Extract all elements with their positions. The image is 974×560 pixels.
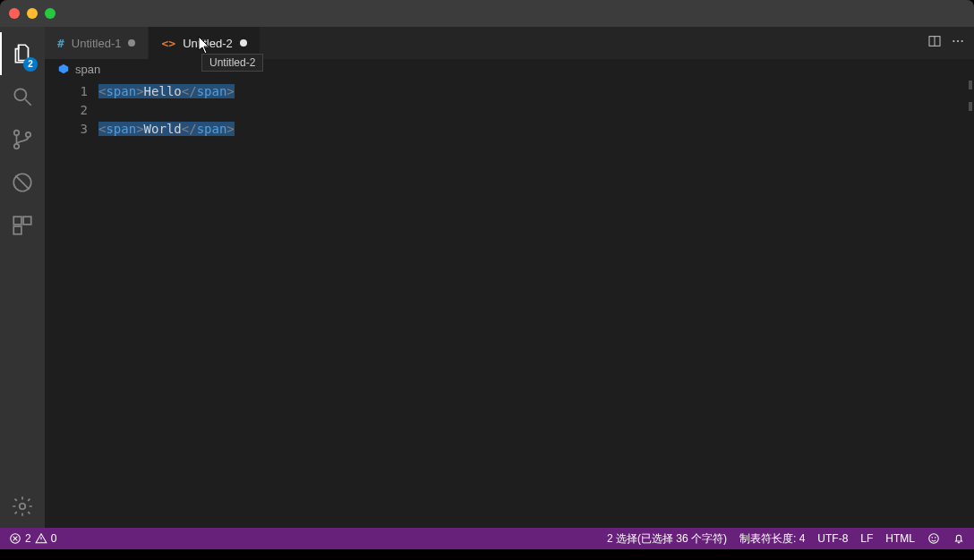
editor-group: # Untitled-1 <> Untitled-2 xyxy=(45,27,974,528)
split-editor-button[interactable] xyxy=(927,34,942,52)
warning-icon xyxy=(35,532,47,545)
activity-search[interactable] xyxy=(0,75,45,118)
editor-actions xyxy=(918,27,974,59)
svg-point-4 xyxy=(26,132,30,137)
html-file-icon: <> xyxy=(161,37,175,50)
activity-source-control[interactable] xyxy=(0,118,45,161)
maximize-window-button[interactable] xyxy=(45,8,56,19)
ruler-mark xyxy=(969,102,972,111)
status-feedback[interactable] xyxy=(927,532,940,545)
breadcrumb[interactable]: span xyxy=(45,59,974,79)
svg-point-10 xyxy=(20,504,26,510)
warning-count: 0 xyxy=(51,532,57,545)
activity-extensions[interactable] xyxy=(0,204,45,247)
symbol-field-icon xyxy=(57,63,70,75)
code-editor[interactable]: 1 2 3 <span>Hello</span> <span>World</sp… xyxy=(45,79,974,528)
dirty-indicator-icon xyxy=(128,39,135,47)
close-window-button[interactable] xyxy=(9,8,20,19)
svg-point-14 xyxy=(957,40,959,42)
dirty-indicator-icon xyxy=(240,39,247,47)
tab-bar: # Untitled-1 <> Untitled-2 xyxy=(45,27,974,59)
activity-settings[interactable] xyxy=(0,485,45,528)
svg-line-1 xyxy=(25,99,31,106)
status-encoding[interactable]: UTF-8 xyxy=(817,532,848,545)
svg-rect-7 xyxy=(13,216,21,225)
line-number: 3 xyxy=(45,120,88,139)
activity-bar: 2 xyxy=(0,27,45,528)
svg-point-22 xyxy=(932,538,933,539)
more-actions-button[interactable] xyxy=(951,34,965,52)
window-controls xyxy=(9,8,56,19)
error-count: 2 xyxy=(25,532,31,545)
code-line[interactable]: <span>World</span> xyxy=(98,120,235,139)
ellipsis-icon xyxy=(951,34,965,48)
status-language[interactable]: HTML xyxy=(885,532,915,545)
activity-debug[interactable] xyxy=(0,161,45,204)
status-bar: 2 0 2 选择(已选择 36 个字符) 制表符长度: 4 UTF-8 LF H… xyxy=(0,528,974,549)
status-tab-size[interactable]: 制表符长度: 4 xyxy=(739,531,805,547)
line-number: 1 xyxy=(45,82,88,101)
gear-icon xyxy=(11,495,34,518)
status-problems[interactable]: 2 0 xyxy=(9,532,56,545)
title-bar[interactable] xyxy=(0,0,974,27)
tab-label: Untitled-1 xyxy=(72,37,122,50)
svg-rect-9 xyxy=(13,226,21,234)
line-number-gutter: 1 2 3 xyxy=(45,79,98,528)
explorer-badge: 2 xyxy=(23,57,38,72)
breadcrumb-symbol: span xyxy=(75,63,100,76)
svg-point-0 xyxy=(14,89,26,100)
code-line[interactable] xyxy=(98,101,235,120)
tab-tooltip: Untitled-2 xyxy=(201,54,263,72)
error-icon xyxy=(9,532,21,545)
smiley-icon xyxy=(927,532,940,545)
line-number: 2 xyxy=(45,101,88,120)
overview-ruler[interactable] xyxy=(969,81,972,111)
svg-line-6 xyxy=(15,175,29,189)
svg-rect-8 xyxy=(23,216,31,225)
tab-label: Untitled-2 xyxy=(183,37,233,50)
svg-point-21 xyxy=(929,534,939,544)
bell-icon xyxy=(953,532,965,545)
search-icon xyxy=(11,85,34,108)
vscode-window: 2 xyxy=(0,0,974,549)
svg-point-13 xyxy=(953,40,954,42)
status-notifications[interactable] xyxy=(953,532,965,545)
code-area[interactable]: <span>Hello</span> <span>World</span> xyxy=(98,79,235,528)
ruler-mark xyxy=(969,81,972,89)
svg-point-3 xyxy=(14,144,19,148)
tab-untitled-1[interactable]: # Untitled-1 xyxy=(45,27,149,59)
code-line[interactable]: <span>Hello</span> xyxy=(98,82,235,101)
svg-point-2 xyxy=(14,131,19,135)
svg-point-23 xyxy=(935,538,936,539)
minimize-window-button[interactable] xyxy=(27,8,38,19)
split-horizontal-icon xyxy=(927,34,942,48)
svg-point-15 xyxy=(961,40,963,42)
activity-explorer[interactable]: 2 xyxy=(0,32,45,75)
git-branch-icon xyxy=(11,128,34,151)
extensions-icon xyxy=(11,214,34,237)
status-eol[interactable]: LF xyxy=(860,532,873,545)
csharp-file-icon: # xyxy=(57,37,64,50)
status-selection[interactable]: 2 选择(已选择 36 个字符) xyxy=(607,531,727,547)
debug-icon xyxy=(11,171,34,194)
